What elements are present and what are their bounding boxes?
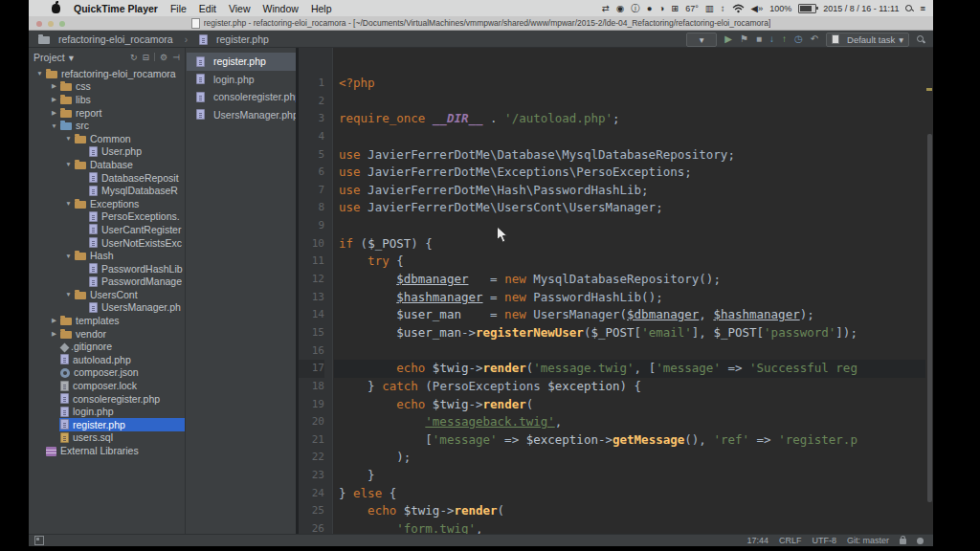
error-stripe-mark[interactable]	[926, 88, 932, 91]
code-line-14[interactable]: $user_man = new UsersManager($dbmanager,…	[334, 306, 925, 324]
search-icon[interactable]	[917, 35, 925, 44]
notification-list-icon[interactable]: ≡	[920, 4, 925, 13]
tree-item-passwordmanage[interactable]: PasswordManage	[29, 276, 185, 289]
editor-code-area[interactable]: <?phprequire_once __DIR__ . '/autoload.p…	[334, 48, 925, 534]
tree-collapsed-arrow-icon[interactable]: ▶	[49, 317, 59, 324]
tree-item-login-php[interactable]: login.php	[29, 405, 185, 418]
tree-item-persoexceptions[interactable]: PersoExceptions.	[29, 210, 185, 224]
tree-item-mysqldatabaser[interactable]: MysqlDatabaseR	[29, 184, 185, 197]
minimize-window-button[interactable]	[48, 21, 54, 27]
tree-item-databasereposit[interactable]: DatabaseReposit	[29, 171, 185, 185]
project-tree[interactable]: ▼refactoring-eloi_rocamora▶css▶libs▶repo…	[29, 67, 185, 534]
tree-item-exceptions[interactable]: ▼Exceptions	[29, 197, 185, 210]
tree-collapsed-arrow-icon[interactable]: ▶	[49, 96, 59, 103]
code-line-8[interactable]: use JavierFerrerDotMe\UsersCont\UsersMan…	[334, 199, 925, 217]
code-line-3[interactable]: require_once __DIR__ . '/autoload.php';	[334, 110, 925, 128]
breadcrumb-file[interactable]: register.php	[199, 33, 269, 45]
volume-icon[interactable]: ◀»	[751, 4, 764, 13]
vcs-update-icon[interactable]: ↓	[769, 34, 774, 44]
lock-icon[interactable]	[900, 539, 906, 544]
tree-expanded-arrow-icon[interactable]: ▼	[63, 291, 74, 298]
undo-icon[interactable]: ↶	[811, 34, 818, 44]
tree-collapsed-arrow-icon[interactable]: ▶	[49, 330, 59, 338]
menu-quicktime-player[interactable]: QuickTime Player	[74, 3, 158, 14]
editor-tab-consoleregister-php[interactable]: consoleregister.php	[187, 88, 296, 106]
temperature-status[interactable]: 67°	[685, 4, 699, 13]
tree-item-user-php[interactable]: User.php	[29, 145, 185, 159]
tree-item-consoleregister-php[interactable]: consoleregister.php	[29, 392, 185, 406]
history-icon[interactable]: ◷	[794, 34, 803, 44]
tree-item-autoload-php[interactable]: autoload.php	[29, 353, 185, 366]
tree-item-passwordhashlib[interactable]: PasswordHashLib	[29, 262, 185, 276]
code-line-19[interactable]: echo $twig->render(	[334, 396, 925, 414]
tree-item-vendor[interactable]: ▶vendor	[29, 327, 185, 341]
tree-expanded-arrow-icon[interactable]: ▼	[63, 161, 74, 167]
collapse-all-icon[interactable]: ⊟	[143, 53, 150, 62]
code-line-2[interactable]	[334, 93, 925, 111]
code-line-13[interactable]: $hashmanager = new PasswordHashLib();	[334, 289, 925, 307]
code-line-23[interactable]: }	[334, 467, 925, 485]
code-line-9[interactable]	[334, 217, 925, 235]
tree-expanded-arrow-icon[interactable]: ▼	[63, 253, 74, 259]
editor-tab-login-php[interactable]: login.php	[187, 71, 296, 89]
tree-item-register-php[interactable]: register.php	[29, 418, 185, 431]
editor-tab-usersmanager-php[interactable]: UsersManager.php	[187, 106, 296, 124]
code-line-26[interactable]: 'form.twig',	[334, 520, 925, 534]
menu-window[interactable]: Window	[263, 3, 299, 14]
code-line-7[interactable]: use JavierFerrerDotMe\Hash\PasswordHashL…	[334, 182, 925, 200]
apple-menu-icon[interactable]	[52, 4, 60, 13]
tree-item-hash[interactable]: ▼Hash	[29, 249, 185, 262]
debug-icon[interactable]: ⚑	[740, 34, 748, 44]
tree-item-composer-json[interactable]: composer.json	[29, 366, 185, 380]
vcs-branch-widget[interactable]: Git: master	[847, 536, 889, 545]
highlighting-level-icon[interactable]	[917, 538, 924, 544]
code-line-22[interactable]: );	[334, 449, 925, 467]
code-line-12[interactable]: $dbmanager = new MysqlDatabaseRepository…	[334, 271, 925, 289]
code-line-15[interactable]: $user_man->registerNewUser($_POST['email…	[334, 324, 925, 342]
menu-edit[interactable]: Edit	[199, 3, 216, 14]
code-line-17[interactable]: echo $twig->render('message.twig', ['mes…	[334, 360, 925, 378]
code-line-24[interactable]: } else {	[334, 485, 925, 503]
tree-item-composer-lock[interactable]: composer.lock	[29, 379, 185, 392]
toolwindow-toggle-icon[interactable]	[34, 536, 44, 545]
tree-item-libs[interactable]: ▶libs	[29, 93, 185, 106]
code-line-4[interactable]	[334, 128, 925, 146]
code-editor[interactable]: 1234567891011121314151617181920212223242…	[299, 48, 933, 534]
window-title-bar[interactable]: register.php - refactoring-eloi_rocamora…	[29, 16, 933, 31]
wifi-icon[interactable]	[732, 4, 745, 13]
tree-item-usernotexistsexc[interactable]: UserNotExistsExc	[29, 236, 185, 250]
menu-help[interactable]: Help	[311, 3, 332, 14]
tree-expanded-arrow-icon[interactable]: ▼	[34, 70, 45, 77]
code-line-1[interactable]: <?php	[334, 75, 925, 93]
tree-expanded-arrow-icon[interactable]: ▼	[63, 200, 74, 207]
code-line-18[interactable]: } catch (PersoExceptions $exception) {	[334, 378, 925, 396]
chart-status-icon[interactable]: ▥	[705, 4, 714, 13]
tree-collapsed-arrow-icon[interactable]: ▶	[49, 109, 59, 117]
editor-tab-register-php[interactable]: register.php	[187, 53, 296, 71]
tree-expanded-arrow-icon[interactable]: ▼	[63, 135, 74, 142]
spotlight-icon[interactable]	[905, 5, 913, 12]
tree-item-external-libraries[interactable]: External Libraries	[29, 444, 185, 457]
tree-item-refactoring-eloi-rocamora[interactable]: ▼refactoring-eloi_rocamora	[29, 67, 185, 80]
menu-view[interactable]: View	[229, 3, 251, 14]
code-line-20[interactable]: 'messageback.twig',	[334, 413, 925, 431]
code-line-6[interactable]: use JavierFerrerDotMe\Exceptions\PersoEx…	[334, 164, 925, 182]
task-combo[interactable]: Default task ▾	[826, 33, 909, 47]
menu-file[interactable]: File	[170, 3, 187, 14]
code-line-5[interactable]: use JavierFerrerDotMe\Database\MysqlData…	[334, 146, 925, 165]
code-line-10[interactable]: if ($_POST) {	[334, 235, 925, 253]
refresh-icon[interactable]: ↻	[130, 53, 138, 62]
code-line-25[interactable]: echo $twig->render(	[334, 502, 925, 520]
editor-scrollbar[interactable]	[927, 134, 932, 502]
tree-expanded-arrow-icon[interactable]: ▼	[49, 122, 59, 129]
caret-position-widget[interactable]: 17:44	[746, 536, 768, 545]
tree-item-usercantregister[interactable]: UserCantRegister	[29, 223, 185, 236]
tree-item-css[interactable]: ▶css	[29, 80, 185, 94]
code-line-21[interactable]: ['message' => $exception->getMessage(), …	[334, 431, 925, 450]
tree-item-usersmanager-ph[interactable]: UsersManager.ph	[29, 301, 185, 315]
project-view-chevron-icon[interactable]: ▾	[69, 52, 74, 63]
target-status-icon[interactable]: ◉	[616, 4, 624, 13]
menu-bar-datetime[interactable]: 2015 / 8 / 16 - 11:11	[823, 4, 899, 13]
network-meter-icon[interactable]: ↕	[721, 4, 725, 13]
tree-item-common[interactable]: ▼Common	[29, 132, 185, 145]
